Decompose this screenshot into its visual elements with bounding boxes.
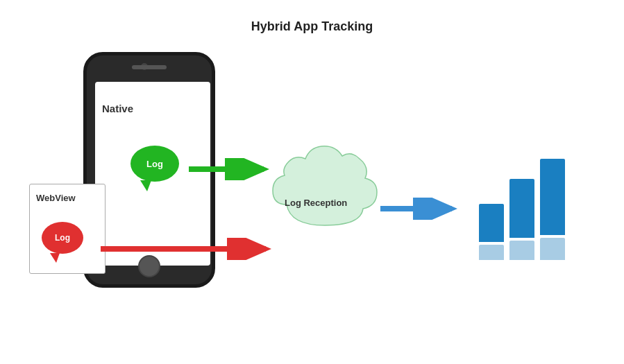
phone-speaker	[132, 65, 167, 69]
cloud-to-chart-arrow	[380, 198, 460, 223]
webview-to-cloud-arrow	[101, 238, 274, 263]
log-reception-cloud	[269, 135, 380, 236]
log-reception-label: Log Reception	[285, 198, 347, 208]
webview-label: WebView	[36, 193, 76, 203]
chart-bar-2	[509, 179, 534, 260]
bar-bottom-2	[509, 241, 534, 260]
bar-top-3	[540, 159, 565, 235]
page-title: Hybrid App Tracking	[0, 0, 624, 34]
bar-bottom-1	[479, 245, 504, 260]
bar-top-1	[479, 204, 504, 242]
chart-bar-3	[540, 159, 565, 260]
bar-bottom-3	[540, 238, 565, 260]
native-to-cloud-arrow	[189, 158, 272, 183]
chart-bar-1	[479, 204, 504, 260]
native-log-bubble: Log	[130, 146, 179, 182]
native-label: Native	[102, 103, 133, 114]
webview-log-bubble: Log	[42, 222, 83, 254]
bar-top-2	[509, 179, 534, 238]
analytics-chart	[472, 170, 569, 260]
